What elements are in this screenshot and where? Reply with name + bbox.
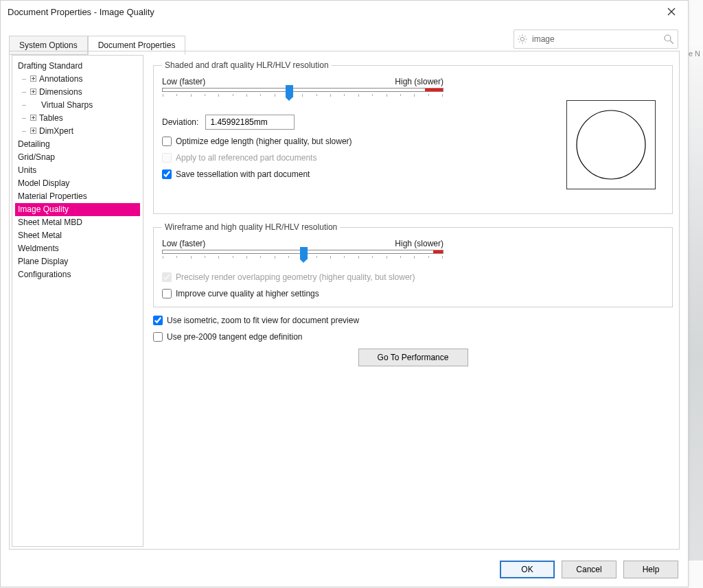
cancel-button[interactable]: Cancel [562, 561, 616, 578]
save-tessellation-checkbox[interactable] [162, 169, 172, 179]
wireframe-quality-legend: Wireframe and high quality HLR/HLV resol… [162, 222, 340, 232]
low-label: Low (faster) [162, 239, 205, 248]
gear-icon [517, 34, 528, 45]
tree-weldments[interactable]: Weldments [15, 242, 140, 255]
precisely-render-label: Precisely render overlapping geometry (h… [176, 272, 415, 282]
search-box[interactable] [514, 30, 678, 49]
titlebar: Document Properties - Image Quality [1, 1, 688, 23]
tree-sheet-metal-mbd[interactable]: Sheet Metal MBD [15, 216, 140, 229]
document-properties-dialog: Document Properties - Image Quality Syst… [0, 0, 689, 587]
content-area: Shaded and draft quality HLR/HLV resolut… [149, 55, 677, 547]
category-tree: Drafting Standard Annotations Dimensions… [12, 55, 143, 547]
tree-plane-display[interactable]: Plane Display [15, 255, 140, 268]
shaded-quality-slider[interactable] [162, 88, 443, 97]
tree-tables[interactable]: Tables [15, 112, 140, 125]
tree-drafting-standard[interactable]: Drafting Standard [15, 60, 140, 73]
improve-curve-label: Improve curve quality at higher settings [176, 289, 319, 298]
close-button[interactable] [662, 2, 681, 21]
apply-all-label: Apply to all referenced part documents [176, 153, 316, 163]
pre2009-tangent-checkbox[interactable] [153, 332, 163, 342]
high-label: High (slower) [395, 77, 443, 86]
tree-configurations[interactable]: Configurations [15, 268, 140, 281]
shaded-quality-group: Shaded and draft quality HLR/HLV resolut… [153, 60, 673, 214]
expand-icon[interactable] [30, 75, 36, 82]
deviation-input[interactable] [205, 115, 295, 130]
wireframe-quality-slider[interactable] [162, 250, 443, 259]
tree-material-properties[interactable]: Material Properties [15, 190, 140, 203]
tree-sheet-metal[interactable]: Sheet Metal [15, 229, 140, 242]
pre2009-tangent-label: Use pre-2009 tangent edge definition [167, 332, 302, 342]
deviation-label: Deviation: [162, 117, 198, 127]
isometric-preview-label: Use isometric, zoom to fit view for docu… [167, 316, 359, 325]
circle-preview-icon [573, 107, 649, 183]
low-label: Low (faster) [162, 77, 205, 86]
isometric-preview-checkbox[interactable] [153, 316, 163, 325]
svg-point-2 [577, 110, 645, 179]
improve-curve-checkbox[interactable] [162, 289, 172, 298]
apply-all-checkbox [162, 153, 172, 163]
expand-icon[interactable] [30, 115, 36, 121]
tree-detailing[interactable]: Detailing [15, 138, 140, 151]
help-button[interactable]: Help [623, 561, 678, 578]
tree-grid-snap[interactable]: Grid/Snap [15, 151, 140, 164]
close-icon [667, 8, 676, 16]
precisely-render-checkbox [162, 272, 172, 282]
high-label: High (slower) [395, 239, 443, 248]
tree-dimxpert[interactable]: DimXpert [15, 125, 140, 138]
search-input[interactable] [528, 34, 662, 44]
tree-dimensions[interactable]: Dimensions [15, 86, 140, 99]
tree-annotations[interactable]: Annotations [15, 73, 140, 86]
tree-units[interactable]: Units [15, 164, 140, 177]
svg-point-1 [665, 35, 671, 41]
go-to-performance-button[interactable]: Go To Performance [358, 349, 468, 366]
expand-icon[interactable] [30, 89, 36, 95]
footer-buttons: OK Cancel Help [500, 561, 678, 578]
ok-button[interactable]: OK [500, 561, 555, 578]
preview-box [566, 100, 656, 189]
optimize-edge-label: Optimize edge length (higher quality, bu… [176, 137, 352, 146]
shaded-quality-legend: Shaded and draft quality HLR/HLV resolut… [162, 60, 332, 70]
save-tessellation-label: Save tessellation with part document [176, 169, 310, 179]
search-icon [662, 33, 675, 45]
expand-icon[interactable] [30, 128, 36, 134]
svg-point-0 [520, 37, 524, 40]
wireframe-quality-group: Wireframe and high quality HLR/HLV resol… [153, 222, 673, 307]
tree-image-quality[interactable]: Image Quality [15, 203, 140, 216]
tree-virtual-sharps[interactable]: Virtual Sharps [15, 99, 140, 112]
optimize-edge-checkbox[interactable] [162, 137, 172, 146]
tree-model-display[interactable]: Model Display [15, 177, 140, 190]
window-title: Document Properties - Image Quality [8, 7, 154, 17]
